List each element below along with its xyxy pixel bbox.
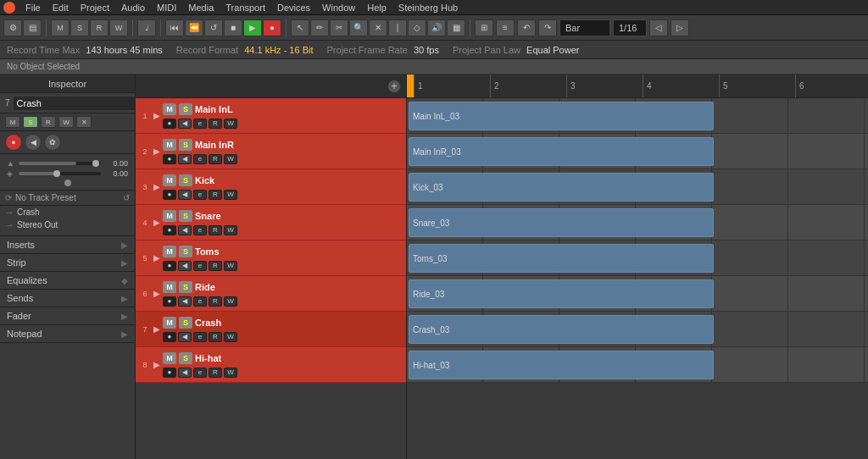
toolbar-undo-btn[interactable]: ↶ (517, 19, 536, 36)
tool-zoom[interactable]: 🔍 (349, 19, 368, 36)
track-w-btn-4[interactable]: W (224, 225, 237, 235)
inspector-monitor-btn[interactable]: ◀ (25, 134, 42, 151)
toolbar-mix-btn[interactable]: ▤ (23, 19, 42, 36)
track-e-btn-5[interactable]: e (193, 261, 207, 271)
toolbar-quantize-up[interactable]: ▷ (670, 19, 689, 36)
track-r-btn-7[interactable]: R (209, 332, 222, 342)
inspector-section-sends[interactable]: Sends ▶ (0, 290, 135, 307)
preset-reload-icon[interactable]: ↺ (123, 193, 130, 202)
track-e-btn-1[interactable]: e (193, 119, 207, 129)
track-s-btn-8[interactable]: S (179, 352, 192, 364)
menu-steinberg-hub[interactable]: Steinberg Hub (393, 3, 463, 13)
tool-color[interactable]: ▦ (447, 19, 465, 36)
track-play-btn-6[interactable]: ◀ (178, 296, 192, 307)
track-w-btn-1[interactable]: W (224, 119, 237, 129)
track-e-btn-2[interactable]: e (193, 154, 207, 164)
toolbar-s-btn[interactable]: S (70, 19, 89, 36)
toolbar-setup-btn[interactable]: ⚙ (3, 19, 22, 36)
track-w-btn-8[interactable]: W (224, 368, 237, 378)
menu-file[interactable]: File (20, 3, 46, 13)
volume-slider[interactable] (19, 162, 101, 165)
track-w-btn-7[interactable]: W (224, 332, 237, 342)
inspector-r-btn[interactable]: R (41, 116, 56, 128)
track-e-btn-8[interactable]: e (193, 368, 207, 378)
tool-glue[interactable]: ◇ (408, 19, 426, 36)
toolbar-r-btn[interactable]: R (90, 19, 108, 36)
track-s-btn-2[interactable]: S (179, 139, 192, 151)
inspector-section-fader[interactable]: Fader ▶ (0, 307, 135, 325)
clip-6[interactable]: Ride_03 (409, 279, 714, 308)
track-play-btn-8[interactable]: ◀ (178, 368, 192, 378)
transport-stop-btn[interactable]: ■ (224, 19, 242, 36)
track-r-btn-2[interactable]: R (209, 154, 222, 164)
track-play-btn-5[interactable]: ◀ (178, 261, 192, 271)
inspector-m-btn[interactable]: M (5, 116, 20, 128)
track-m-btn-3[interactable]: M (163, 174, 176, 186)
clip-4[interactable]: Snare_03 (409, 208, 714, 237)
tool-select[interactable]: ↖ (291, 19, 309, 36)
track-m-btn-1[interactable]: M (163, 103, 176, 115)
track-m-btn-5[interactable]: M (163, 246, 176, 257)
track-w-btn-3[interactable]: W (224, 190, 237, 200)
inspector-section-equalizes[interactable]: Equalizes ◆ (0, 272, 135, 290)
track-e-btn-4[interactable]: e (193, 225, 207, 235)
menu-transport[interactable]: Transport (220, 3, 270, 13)
add-track-btn[interactable]: + (387, 80, 401, 93)
tool-erase[interactable]: ✂ (330, 19, 348, 36)
track-s-btn-1[interactable]: S (179, 103, 192, 115)
track-rec-btn-6[interactable]: ● (163, 296, 176, 307)
clip-1[interactable]: Main InL_03 (409, 102, 714, 130)
clip-2[interactable]: Main InR_03 (409, 137, 714, 166)
track-expand-6[interactable]: ▶ (153, 289, 160, 298)
inspector-section-inserts[interactable]: Inserts ▶ (0, 236, 135, 254)
toolbar-quantize-display[interactable]: 1/16 (613, 19, 647, 36)
toolbar-m-btn[interactable]: M (51, 19, 70, 36)
track-w-btn-2[interactable]: W (224, 154, 237, 164)
track-expand-2[interactable]: ▶ (153, 147, 160, 156)
track-e-btn-3[interactable]: e (193, 190, 207, 200)
tool-speaker[interactable]: 🔊 (427, 19, 446, 36)
menu-media[interactable]: Media (183, 3, 219, 13)
inspector-x-btn[interactable]: ✕ (76, 116, 92, 128)
track-expand-8[interactable]: ▶ (153, 360, 160, 369)
menu-midi[interactable]: MIDI (152, 3, 181, 13)
track-rec-btn-7[interactable]: ● (163, 332, 176, 342)
track-s-btn-3[interactable]: S (179, 174, 192, 186)
track-r-btn-6[interactable]: R (209, 296, 222, 307)
track-r-btn-8[interactable]: R (209, 368, 222, 378)
track-s-btn-6[interactable]: S (179, 281, 192, 293)
track-expand-4[interactable]: ▶ (153, 218, 160, 227)
track-m-btn-2[interactable]: M (163, 139, 176, 151)
track-expand-7[interactable]: ▶ (153, 324, 160, 334)
inspector-click-btn[interactable]: ✿ (44, 134, 61, 151)
track-play-btn-3[interactable]: ◀ (178, 190, 192, 200)
track-r-btn-4[interactable]: R (209, 225, 222, 235)
clip-5[interactable]: Toms_03 (409, 244, 714, 273)
track-w-btn-6[interactable]: W (224, 296, 237, 307)
inspector-section-notepad[interactable]: Notepad ▶ (0, 325, 135, 343)
menu-window[interactable]: Window (317, 3, 360, 13)
track-m-btn-7[interactable]: M (163, 317, 176, 329)
track-play-btn-1[interactable]: ◀ (178, 119, 192, 129)
transport-play-btn[interactable]: ▶ (243, 19, 262, 36)
track-rec-btn-3[interactable]: ● (163, 190, 176, 200)
inspector-s-btn[interactable]: S (23, 116, 38, 128)
toolbar-quantize-down[interactable]: ◁ (649, 19, 668, 36)
track-rec-btn-2[interactable]: ● (163, 154, 176, 164)
menu-devices[interactable]: Devices (272, 3, 315, 13)
track-r-btn-5[interactable]: R (209, 261, 222, 271)
track-expand-5[interactable]: ▶ (153, 253, 160, 263)
track-rec-btn-4[interactable]: ● (163, 225, 176, 235)
clip-8[interactable]: Hi-hat_03 (409, 351, 714, 379)
track-w-btn-5[interactable]: W (224, 261, 237, 271)
track-play-btn-7[interactable]: ◀ (178, 332, 192, 342)
track-m-btn-4[interactable]: M (163, 210, 176, 222)
track-e-btn-6[interactable]: e (193, 296, 207, 307)
tool-mute[interactable]: ✕ (369, 19, 387, 36)
clip-3[interactable]: Kick_03 (409, 173, 714, 202)
inspector-section-strip[interactable]: Strip ▶ (0, 254, 135, 272)
track-s-btn-5[interactable]: S (179, 246, 192, 257)
track-rec-btn-1[interactable]: ● (163, 119, 176, 129)
track-expand-1[interactable]: ▶ (153, 111, 160, 120)
toolbar-w-btn[interactable]: W (109, 19, 128, 36)
